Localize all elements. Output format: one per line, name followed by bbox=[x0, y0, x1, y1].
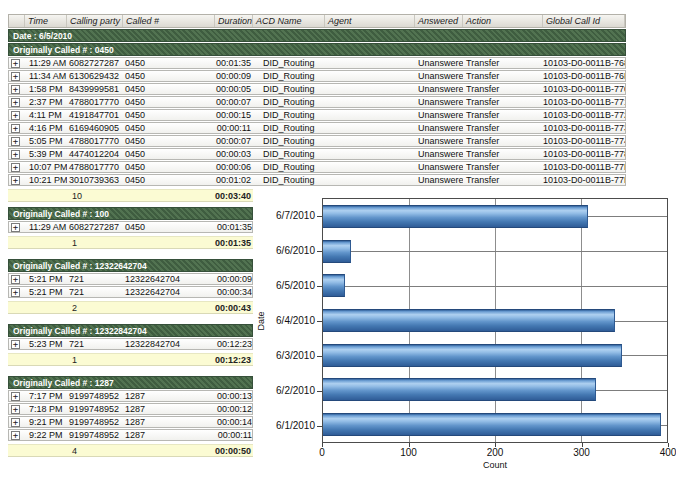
summary-call-count: 2 bbox=[66, 303, 122, 313]
expander-cell: + bbox=[9, 339, 25, 349]
cell-called: 0450 bbox=[123, 149, 215, 159]
grouped-call-tables: Originally Called # : 100+11:29 AM608272… bbox=[8, 206, 253, 467]
table-row[interactable]: +5:21 PM7211232264270400:00:34 bbox=[8, 286, 253, 298]
expander-cell: + bbox=[9, 84, 25, 94]
originally-called-group-header[interactable]: Originally Called # : 0450 bbox=[8, 43, 626, 56]
summary-total-duration: 00:00:50 bbox=[214, 446, 253, 456]
cell-called: 1287 bbox=[123, 404, 215, 414]
plus-icon[interactable]: + bbox=[11, 124, 20, 133]
plus-icon[interactable]: + bbox=[11, 85, 20, 94]
cell-acd: DID_Routing bbox=[253, 58, 325, 68]
cell-called: 12322842704 bbox=[123, 339, 215, 349]
cell-action: Transfer bbox=[463, 58, 543, 68]
table-row[interactable]: +4:11 PM4191847701045000:00:15DID_Routin… bbox=[8, 109, 626, 121]
cell-calling: 4788017770 bbox=[67, 162, 123, 172]
table-row[interactable]: +2:37 PM4788017770045000:00:07DID_Routin… bbox=[8, 96, 626, 108]
expander-cell: + bbox=[9, 123, 25, 133]
cell-acd: DID_Routing bbox=[253, 123, 325, 133]
plus-icon[interactable]: + bbox=[11, 150, 20, 159]
originally-called-group-header[interactable]: Originally Called # : 100 bbox=[8, 207, 253, 220]
expander-cell: + bbox=[9, 71, 25, 81]
plus-icon[interactable]: + bbox=[11, 392, 20, 401]
table-row[interactable]: +9:22 PM9199748952128700:00:11 bbox=[8, 429, 253, 441]
table-row[interactable]: +10:21 PM3010739363045000:01:02DID_Routi… bbox=[8, 174, 626, 186]
cell-called: 0450 bbox=[123, 175, 215, 185]
cell-answered: Unanswered bbox=[415, 162, 463, 172]
table-row[interactable]: +5:05 PM4788017770045000:00:07DID_Routin… bbox=[8, 135, 626, 147]
originally-called-group-header[interactable]: Originally Called # : 12322842704 bbox=[8, 324, 253, 337]
plus-icon[interactable]: + bbox=[11, 111, 20, 120]
cell-time: 5:39 PM bbox=[25, 149, 67, 159]
summary-total-duration: 00:00:43 bbox=[214, 303, 253, 313]
originally-called-group-header[interactable]: Originally Called # : 12322642704 bbox=[8, 259, 253, 272]
table-row[interactable]: +7:17 PM9199748952128700:00:13 bbox=[8, 390, 253, 402]
cell-acd: DID_Routing bbox=[253, 71, 325, 81]
column-header-answered[interactable]: Answered bbox=[415, 15, 463, 27]
table-row[interactable]: +5:23 PM7211232284270400:12:23 bbox=[8, 338, 253, 350]
cell-time: 7:17 PM bbox=[25, 391, 67, 401]
y-tick-label: 6/6/2010 bbox=[268, 233, 322, 268]
column-header-duration[interactable]: Duration bbox=[215, 15, 253, 27]
cell-called: 12322642704 bbox=[123, 287, 215, 297]
table-row[interactable]: +10:07 PM4788017770045000:00:06DID_Routi… bbox=[8, 161, 626, 173]
cell-called: 0450 bbox=[123, 110, 215, 120]
plus-icon[interactable]: + bbox=[11, 176, 20, 185]
column-header-called-[interactable]: Called # bbox=[123, 15, 215, 27]
table-row[interactable]: +11:34 AM6130629432045000:00:09DID_Routi… bbox=[8, 70, 626, 82]
cell-time: 2:37 PM bbox=[25, 97, 67, 107]
cell-answered: Unanswered bbox=[415, 136, 463, 146]
cell-answered: Unanswered bbox=[415, 97, 463, 107]
column-header-global-call-id[interactable]: Global Call Id bbox=[543, 15, 625, 27]
plus-icon[interactable]: + bbox=[11, 223, 20, 232]
cell-acd: DID_Routing bbox=[253, 162, 325, 172]
cell-duration: 00:00:11 bbox=[215, 430, 254, 440]
column-header-time[interactable]: Time bbox=[25, 15, 67, 27]
table-row[interactable]: +1:58 PM8439999581045000:00:05DID_Routin… bbox=[8, 83, 626, 95]
group-summary-row: 100:12:23 bbox=[8, 353, 253, 366]
plus-icon[interactable]: + bbox=[11, 431, 20, 440]
y-axis-title: Date bbox=[255, 311, 265, 330]
table-row[interactable]: +11:29 AM6082727287045000:01:35DID_Routi… bbox=[8, 57, 626, 69]
cell-time: 10:07 PM bbox=[25, 162, 67, 172]
plus-icon[interactable]: + bbox=[11, 137, 20, 146]
group-summary-row: 200:00:43 bbox=[8, 301, 253, 314]
plus-icon[interactable]: + bbox=[11, 59, 20, 68]
plus-icon[interactable]: + bbox=[11, 275, 20, 284]
column-header-acd-name[interactable]: ACD Name bbox=[253, 15, 325, 27]
plus-icon[interactable]: + bbox=[11, 340, 20, 349]
expander-cell: + bbox=[9, 110, 25, 120]
column-header-agent[interactable]: Agent bbox=[325, 15, 415, 27]
table-row[interactable]: +9:21 PM9199748952128700:00:14 bbox=[8, 416, 253, 428]
cell-duration: 00:00:09 bbox=[215, 71, 253, 81]
table-row[interactable]: +7:18 PM9199748952128700:00:12 bbox=[8, 403, 253, 415]
plus-icon[interactable]: + bbox=[11, 288, 20, 297]
date-group-header[interactable]: Date : 6/5/2010 bbox=[8, 29, 626, 42]
cell-global-id: 10103-D0-0011B-77E bbox=[543, 162, 625, 172]
plus-icon[interactable]: + bbox=[11, 418, 20, 427]
cell-duration: 00:00:34 bbox=[215, 287, 254, 297]
plus-icon[interactable]: + bbox=[11, 163, 20, 172]
column-header-action[interactable]: Action bbox=[463, 15, 543, 27]
table-row[interactable]: +4:16 PM6169460905045000:00:11DID_Routin… bbox=[8, 122, 626, 134]
cell-global-id: 10103-D0-0011B-76F bbox=[543, 71, 625, 81]
originally-called-group-header[interactable]: Originally Called # : 1287 bbox=[8, 376, 253, 389]
cell-global-id: 10103-D0-0011B-771 bbox=[543, 97, 625, 107]
cell-answered: Unanswered bbox=[415, 175, 463, 185]
column-header-calling-party-[interactable]: Calling party # bbox=[67, 15, 123, 27]
plus-icon[interactable]: + bbox=[11, 405, 20, 414]
cell-time: 5:05 PM bbox=[25, 136, 67, 146]
table-row[interactable]: +5:21 PM7211232264270400:00:09 bbox=[8, 273, 253, 285]
table-row[interactable]: +5:39 PM4474012204045000:00:03DID_Routin… bbox=[8, 148, 626, 160]
table-row[interactable]: +11:29 AM6082727287045000:01:35 bbox=[8, 221, 253, 233]
table-header-row: TimeCalling party #Called #DurationACD N… bbox=[8, 14, 626, 28]
cell-called: 0450 bbox=[123, 136, 215, 146]
call-report-screen: { "report": { "columns": ["Time", "Calli… bbox=[0, 0, 676, 485]
cell-action: Transfer bbox=[463, 110, 543, 120]
cell-duration: 00:00:07 bbox=[215, 136, 253, 146]
plus-icon[interactable]: + bbox=[11, 98, 20, 107]
cell-global-id: 10103-D0-0011B-772 bbox=[543, 110, 625, 120]
summary-total-duration: 00:03:40 bbox=[214, 191, 253, 201]
cell-duration: 00:00:09 bbox=[215, 274, 254, 284]
cell-calling: 4191847701 bbox=[67, 110, 123, 120]
plus-icon[interactable]: + bbox=[11, 72, 20, 81]
